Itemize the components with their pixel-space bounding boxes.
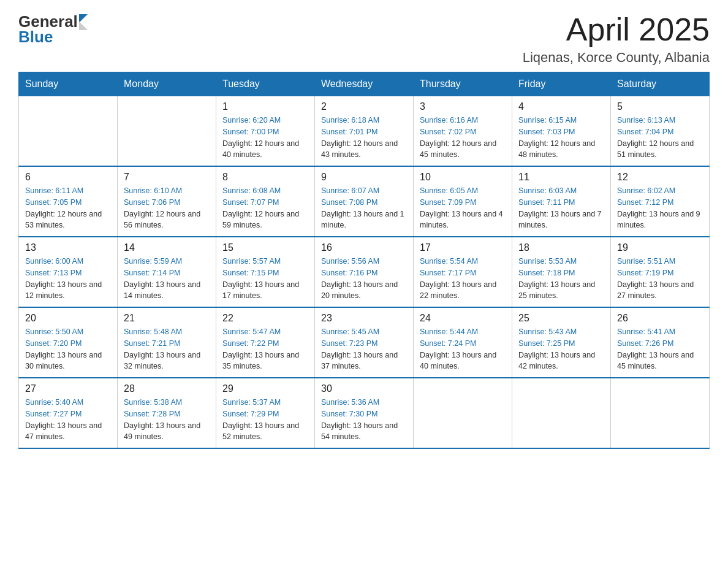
calendar-day-cell: 9 Sunrise: 6:07 AM Sunset: 7:08 PM Dayli… [315,166,414,237]
day-info: Sunrise: 6:11 AM Sunset: 7:05 PM Dayligh… [25,185,111,231]
sunrise-text: Sunrise: 5:59 AM [124,257,182,266]
day-info: Sunrise: 5:37 AM Sunset: 7:29 PM Dayligh… [222,397,308,443]
calendar-day-cell: 12 Sunrise: 6:02 AM Sunset: 7:12 PM Dayl… [611,166,710,237]
daylight-text: Daylight: 12 hours and 59 minutes. [222,210,299,230]
day-info: Sunrise: 5:43 AM Sunset: 7:25 PM Dayligh… [518,326,604,372]
sunset-text: Sunset: 7:20 PM [25,339,82,348]
sunrise-text: Sunrise: 6:00 AM [25,257,83,266]
calendar-day-cell: 27 Sunrise: 5:40 AM Sunset: 7:27 PM Dayl… [19,378,118,448]
daylight-text: Daylight: 13 hours and 37 minutes. [321,351,398,371]
day-number: 1 [222,101,308,112]
daylight-text: Daylight: 12 hours and 51 minutes. [617,139,694,159]
sunrise-text: Sunrise: 6:10 AM [124,186,182,195]
calendar-day-cell [19,96,118,167]
calendar-day-cell: 7 Sunrise: 6:10 AM Sunset: 7:06 PM Dayli… [118,166,216,237]
sunset-text: Sunset: 7:00 PM [222,128,279,136]
sunset-text: Sunset: 7:18 PM [518,269,575,277]
calendar-day-header: Sunday [19,72,118,96]
sunrise-text: Sunrise: 5:57 AM [222,257,281,266]
calendar-day-cell: 20 Sunrise: 5:50 AM Sunset: 7:20 PM Dayl… [19,307,118,378]
daylight-text: Daylight: 12 hours and 48 minutes. [518,139,595,159]
sunset-text: Sunset: 7:21 PM [124,339,180,348]
daylight-text: Daylight: 12 hours and 56 minutes. [124,210,200,230]
daylight-text: Daylight: 13 hours and 20 minutes. [321,280,398,301]
sunrise-text: Sunrise: 6:15 AM [518,116,577,124]
sunrise-text: Sunrise: 6:02 AM [617,186,675,195]
daylight-text: Daylight: 13 hours and 52 minutes. [222,421,299,442]
calendar-day-cell: 4 Sunrise: 6:15 AM Sunset: 7:03 PM Dayli… [512,96,611,167]
sunset-text: Sunset: 7:15 PM [222,269,279,277]
daylight-text: Daylight: 13 hours and 45 minutes. [617,351,694,371]
calendar-day-cell: 11 Sunrise: 6:03 AM Sunset: 7:11 PM Dayl… [512,166,611,237]
sunset-text: Sunset: 7:11 PM [518,198,575,207]
calendar-day-cell: 15 Sunrise: 5:57 AM Sunset: 7:15 PM Dayl… [216,237,315,307]
calendar-day-cell [512,378,611,448]
day-number: 20 [25,313,111,324]
calendar-day-cell [611,378,710,448]
sunrise-text: Sunrise: 5:40 AM [25,398,83,407]
daylight-text: Daylight: 13 hours and 22 minutes. [420,280,496,301]
sunset-text: Sunset: 7:01 PM [321,128,377,136]
sunrise-text: Sunrise: 5:45 AM [321,327,379,336]
day-number: 25 [518,313,604,324]
calendar-week-row: 20 Sunrise: 5:50 AM Sunset: 7:20 PM Dayl… [19,307,710,378]
day-number: 12 [617,172,703,183]
daylight-text: Daylight: 12 hours and 45 minutes. [420,139,496,159]
day-number: 16 [321,242,407,253]
sunrise-text: Sunrise: 5:56 AM [321,257,379,266]
daylight-text: Daylight: 12 hours and 43 minutes. [321,139,398,159]
calendar-day-header: Monday [118,72,216,96]
day-number: 10 [420,172,506,183]
day-number: 11 [518,172,604,183]
sunrise-text: Sunrise: 5:53 AM [518,257,577,266]
logo-blue-text: Blue [18,28,88,47]
calendar-day-cell: 29 Sunrise: 5:37 AM Sunset: 7:29 PM Dayl… [216,378,315,448]
sunset-text: Sunset: 7:29 PM [222,410,279,418]
sunset-text: Sunset: 7:03 PM [518,128,575,136]
day-info: Sunrise: 5:41 AM Sunset: 7:26 PM Dayligh… [617,326,703,372]
sunrise-text: Sunrise: 5:38 AM [124,398,182,407]
calendar-day-header: Friday [512,72,611,96]
calendar-day-cell: 1 Sunrise: 6:20 AM Sunset: 7:00 PM Dayli… [216,96,315,167]
day-number: 7 [124,172,210,183]
calendar-day-cell: 19 Sunrise: 5:51 AM Sunset: 7:19 PM Dayl… [611,237,710,307]
calendar-header-row: SundayMondayTuesdayWednesdayThursdayFrid… [19,72,710,96]
day-number: 3 [420,101,506,112]
sunset-text: Sunset: 7:19 PM [617,269,673,277]
day-info: Sunrise: 6:13 AM Sunset: 7:04 PM Dayligh… [617,115,703,161]
sunrise-text: Sunrise: 5:43 AM [518,327,577,336]
calendar-day-cell [414,378,512,448]
day-number: 21 [124,313,210,324]
day-info: Sunrise: 6:08 AM Sunset: 7:07 PM Dayligh… [222,185,308,231]
daylight-text: Daylight: 13 hours and 7 minutes. [518,210,602,230]
sunrise-text: Sunrise: 5:37 AM [222,398,281,407]
daylight-text: Daylight: 13 hours and 1 minute. [321,210,404,230]
calendar-day-header: Wednesday [315,72,414,96]
sunset-text: Sunset: 7:30 PM [321,410,377,418]
day-info: Sunrise: 5:38 AM Sunset: 7:28 PM Dayligh… [124,397,210,443]
day-info: Sunrise: 5:47 AM Sunset: 7:22 PM Dayligh… [222,326,308,372]
sunrise-text: Sunrise: 5:41 AM [617,327,675,336]
daylight-text: Daylight: 13 hours and 32 minutes. [124,351,200,371]
daylight-text: Daylight: 13 hours and 27 minutes. [617,280,694,301]
day-number: 9 [321,172,407,183]
sunrise-text: Sunrise: 5:50 AM [25,327,83,336]
calendar-week-row: 1 Sunrise: 6:20 AM Sunset: 7:00 PM Dayli… [19,96,710,167]
sunrise-text: Sunrise: 5:48 AM [124,327,182,336]
day-number: 30 [321,383,407,394]
day-info: Sunrise: 6:02 AM Sunset: 7:12 PM Dayligh… [617,185,703,231]
calendar-day-header: Tuesday [216,72,315,96]
day-info: Sunrise: 6:05 AM Sunset: 7:09 PM Dayligh… [420,185,506,231]
day-number: 24 [420,313,506,324]
daylight-text: Daylight: 13 hours and 12 minutes. [25,280,102,301]
sunrise-text: Sunrise: 5:54 AM [420,257,478,266]
daylight-text: Daylight: 13 hours and 40 minutes. [420,351,496,371]
day-info: Sunrise: 6:16 AM Sunset: 7:02 PM Dayligh… [420,115,506,161]
calendar-day-cell: 8 Sunrise: 6:08 AM Sunset: 7:07 PM Dayli… [216,166,315,237]
daylight-text: Daylight: 12 hours and 53 minutes. [25,210,102,230]
day-info: Sunrise: 5:44 AM Sunset: 7:24 PM Dayligh… [420,326,506,372]
daylight-text: Daylight: 13 hours and 54 minutes. [321,421,398,442]
sunrise-text: Sunrise: 5:44 AM [420,327,478,336]
day-number: 2 [321,101,407,112]
calendar-day-cell: 28 Sunrise: 5:38 AM Sunset: 7:28 PM Dayl… [118,378,216,448]
